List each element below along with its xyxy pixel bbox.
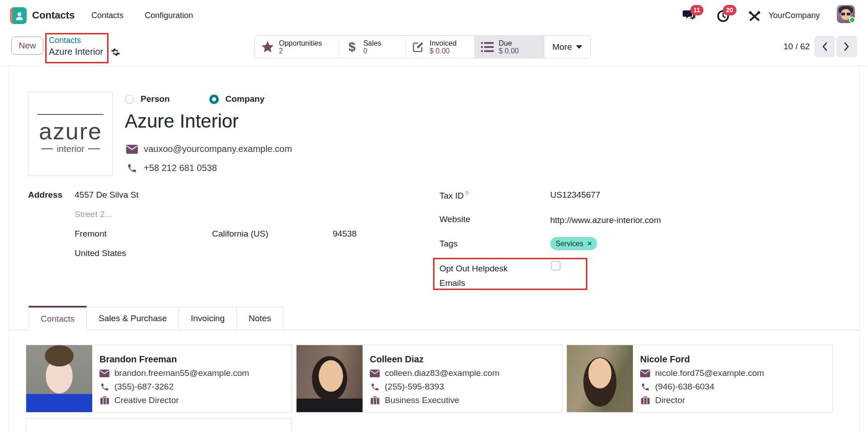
phone-value[interactable]: +58 212 681 0538 [144,163,217,173]
website-field[interactable]: http://www.azure-interior.com [550,215,661,225]
phone-icon [640,383,650,391]
contact-phone: (946)-638-6034 [655,382,714,392]
pager-counter: 10 / 62 [783,42,810,52]
chevron-down-icon [576,45,582,49]
invoice-edit-icon [411,40,425,54]
contact-job: Director [655,395,685,405]
stat-due-button[interactable]: Due $ 0.00 [474,36,544,58]
control-panel: New Contacts Azure Interior Opportunitie… [0,31,868,66]
top-navbar: Contacts Contacts Configuration 11 20 [0,0,868,31]
country-field[interactable]: United States [75,248,126,258]
contact-name: Colleen Diaz [370,354,500,365]
stat-opportunities-button[interactable]: Opportunities 2 [255,36,339,58]
opt-out-checkbox[interactable] [551,261,561,271]
pager-next-button[interactable] [836,36,857,57]
record-name-input[interactable]: Azure Interior [125,110,239,132]
logo-rule [38,114,104,115]
stat-label: Opportunities [279,39,322,47]
nav-menu-configuration[interactable]: Configuration [145,0,193,31]
contact-email: nicole.ford75@example.com [655,368,764,378]
radio-company-label[interactable]: Company [225,94,264,104]
contact-email: colleen.diaz83@example.com [385,368,500,378]
state-field[interactable]: California (US) [212,229,269,239]
contact-job: Business Executive [385,395,459,405]
messages-badge: 11 [690,5,703,15]
breadcrumb-current: Azure Interior [49,47,103,57]
logo-subtitle: interior [41,144,99,154]
company-switcher[interactable]: YourCompany [769,0,820,31]
more-dropdown-button[interactable]: More [544,36,590,58]
tax-id-label: Tax ID? [439,190,468,201]
stat-label: Invoiced [429,39,457,47]
person-icon [14,10,25,21]
stat-sales-button[interactable]: $ Sales 0 [339,36,405,58]
online-status-dot [849,17,855,23]
email-value[interactable]: vauxoo@yourcompany.example.com [144,144,292,154]
envelope-icon [640,369,650,377]
phone-row: +58 212 681 0538 [126,163,217,173]
pager-previous-button[interactable] [814,36,835,57]
list-icon [481,40,494,54]
stat-value: 0 [363,47,381,55]
email-row: vauxoo@yourcompany.example.com [126,144,292,154]
contacts-app-icon[interactable] [10,7,27,24]
chevron-right-icon [843,42,850,51]
briefcase-icon [99,396,109,404]
street-field[interactable]: 4557 De Silva St [75,190,139,200]
stat-value: $ 0.00 [499,47,519,55]
tab-invoicing[interactable]: Invoicing [179,307,237,330]
contact-card[interactable]: Nicole Ford nicole.ford75@example.com (9… [566,345,833,413]
notebook-tabs: Contacts Sales & Purchase Invoicing Note… [28,307,283,330]
tag-services[interactable]: Services × [550,237,597,250]
stat-invoiced-button[interactable]: Invoiced $ 0.00 [405,36,474,58]
stat-value: 2 [279,47,322,55]
contact-card[interactable]: Colleen Diaz colleen.diaz83@example.com … [296,345,562,413]
star-icon [261,40,274,54]
envelope-icon [126,144,138,154]
tags-label: Tags [439,239,458,249]
stat-value: $ 0.00 [429,47,457,55]
tax-id-field[interactable]: US12345677 [550,190,600,200]
tag-name: Services [556,240,583,248]
activities-badge: 20 [723,5,736,15]
help-icon: ? [465,190,468,197]
stat-label: Sales [363,39,381,47]
new-button[interactable]: New [11,37,43,55]
company-type-radio-group: Person Company [125,94,264,104]
tab-sales-purchase[interactable]: Sales & Purchase [87,307,179,330]
nav-menu-contacts[interactable]: Contacts [91,0,123,31]
tools-icon[interactable] [749,11,761,23]
stat-button-box: Opportunities 2 $ Sales 0 [255,35,591,58]
radio-person-label[interactable]: Person [141,94,170,104]
envelope-icon [370,369,380,377]
contact-name: Nicole Ford [640,354,764,365]
contact-photo [26,345,92,412]
phone-icon [99,383,109,391]
city-field[interactable]: Fremont [75,229,107,239]
breadcrumb-parent-link[interactable]: Contacts [49,36,81,45]
tab-contacts[interactable]: Contacts [28,306,87,330]
contact-email: brandon.freeman55@example.com [114,368,249,378]
chevron-left-icon [821,42,828,51]
radio-company[interactable] [209,95,219,104]
tab-notes[interactable]: Notes [237,307,283,330]
contact-card[interactable]: Brandon Freeman brandon.freeman55@exampl… [26,345,292,413]
briefcase-icon [370,396,380,404]
street2-field[interactable]: Street 2... [75,209,112,219]
stat-label: Due [499,39,519,47]
gear-icon[interactable] [111,47,121,57]
radio-person[interactable] [125,95,134,104]
contact-photo [297,345,363,412]
contact-photo [567,345,633,412]
phone-icon [370,383,380,391]
zip-field[interactable]: 94538 [333,229,357,239]
opt-out-label: Opt Out Helpdesk Emails [439,261,530,290]
company-logo-image[interactable]: azure interior [28,92,113,176]
contact-card-partial[interactable] [26,418,292,432]
contact-phone: (255)-595-8393 [385,382,444,392]
tag-remove-icon[interactable]: × [587,240,592,247]
contact-job: Creative Director [114,395,179,405]
address-group-label: Address [28,190,62,200]
app-title: Contacts [32,0,75,31]
envelope-icon [99,369,109,377]
